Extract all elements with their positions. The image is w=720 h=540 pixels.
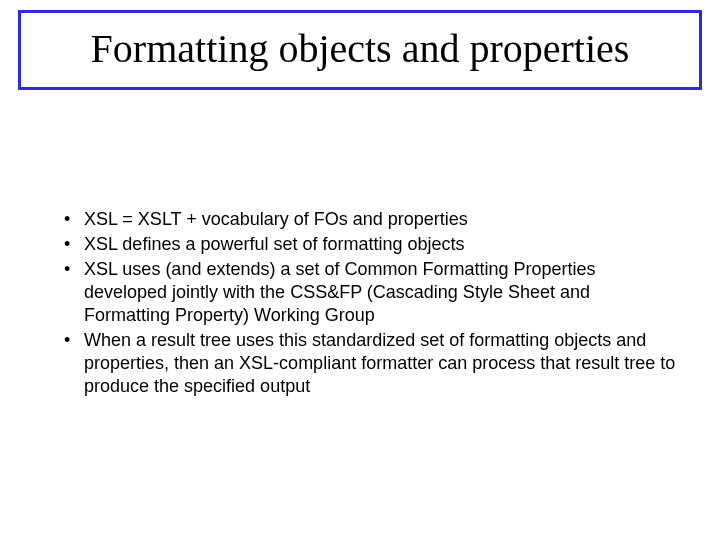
list-item: XSL = XSLT + vocabulary of FOs and prope… bbox=[60, 208, 680, 231]
title-box: Formatting objects and properties bbox=[18, 10, 702, 90]
list-item: When a result tree uses this standardize… bbox=[60, 329, 680, 398]
slide: Formatting objects and properties XSL = … bbox=[0, 0, 720, 540]
list-item: XSL uses (and extends) a set of Common F… bbox=[60, 258, 680, 327]
slide-body: XSL = XSLT + vocabulary of FOs and prope… bbox=[60, 208, 680, 400]
list-item: XSL defines a powerful set of formatting… bbox=[60, 233, 680, 256]
slide-title: Formatting objects and properties bbox=[33, 27, 687, 71]
bullet-list: XSL = XSLT + vocabulary of FOs and prope… bbox=[60, 208, 680, 398]
